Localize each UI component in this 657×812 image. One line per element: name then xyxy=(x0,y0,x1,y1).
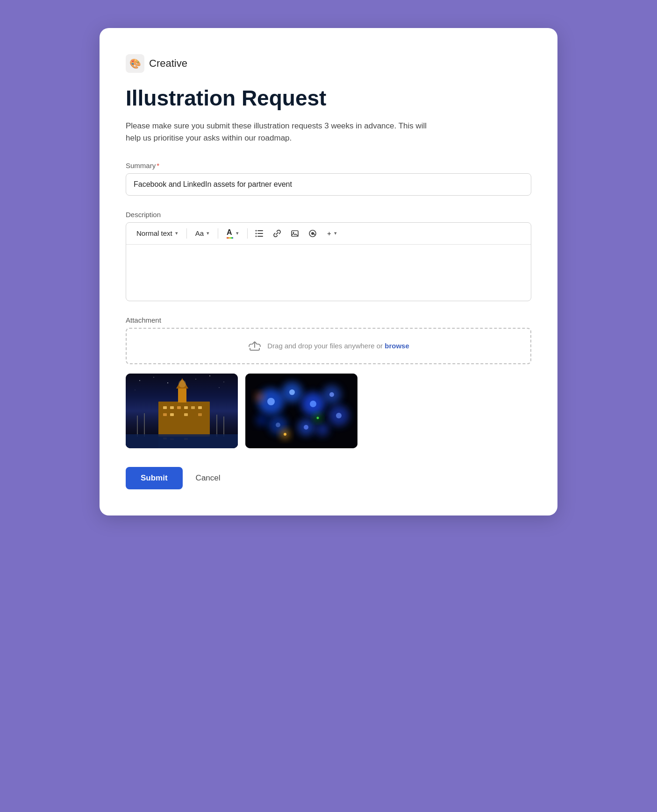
svg-point-53 xyxy=(267,398,275,405)
svg-point-9 xyxy=(311,232,314,235)
attachment-preview-2 xyxy=(245,374,357,448)
color-dropdown[interactable]: A ▾ xyxy=(222,226,243,241)
description-editor: Normal text ▾ Aa ▾ A ▾ xyxy=(126,222,531,301)
svg-point-49 xyxy=(316,423,329,436)
summary-input[interactable] xyxy=(126,173,531,196)
brand-header: 🎨 Creative xyxy=(126,54,531,73)
mention-button[interactable] xyxy=(305,226,321,241)
svg-rect-22 xyxy=(184,406,188,409)
color-a-icon: A xyxy=(227,228,233,239)
attachment-label: Attachment xyxy=(126,316,531,324)
svg-rect-25 xyxy=(163,413,167,416)
toolbar-divider-2 xyxy=(218,228,218,239)
svg-rect-0 xyxy=(257,230,263,231)
image-icon xyxy=(291,229,299,238)
svg-point-52 xyxy=(255,393,264,401)
harbor-building-svg xyxy=(126,374,238,448)
upload-icon xyxy=(248,340,262,352)
at-icon xyxy=(308,229,317,238)
svg-rect-29 xyxy=(178,388,186,402)
color-underline xyxy=(227,237,233,239)
page-description: Please make sure you submit these illust… xyxy=(126,120,434,145)
svg-point-5 xyxy=(256,235,257,237)
font-size-dropdown[interactable]: Aa ▾ xyxy=(191,226,214,240)
description-field-group: Description Normal text ▾ Aa ▾ xyxy=(126,211,531,301)
more-dropdown[interactable]: + ▾ xyxy=(322,226,342,240)
svg-point-59 xyxy=(304,425,308,430)
svg-rect-27 xyxy=(184,413,188,416)
svg-rect-20 xyxy=(170,406,174,409)
link-button[interactable] xyxy=(269,226,285,241)
image-previews xyxy=(126,374,531,448)
svg-point-48 xyxy=(256,415,267,426)
svg-rect-1 xyxy=(257,233,263,234)
attachment-preview-1 xyxy=(126,374,238,448)
link-icon xyxy=(273,229,281,238)
description-label: Description xyxy=(126,211,531,219)
svg-point-55 xyxy=(310,401,316,407)
svg-rect-24 xyxy=(198,406,202,409)
page-title: Illustration Request xyxy=(126,86,531,111)
svg-rect-40 xyxy=(126,434,238,448)
svg-point-31 xyxy=(179,380,186,388)
submit-button[interactable]: Submit xyxy=(126,467,183,489)
svg-point-60 xyxy=(284,433,286,436)
svg-point-58 xyxy=(276,423,280,427)
svg-point-61 xyxy=(317,417,319,419)
chevron-down-icon-3: ▾ xyxy=(236,230,239,236)
chevron-down-icon-2: ▾ xyxy=(207,230,209,236)
form-card: 🎨 Creative Illustration Request Please m… xyxy=(100,28,557,515)
summary-label: Summary* xyxy=(126,162,531,169)
svg-point-7 xyxy=(293,232,294,233)
chevron-down-icon: ▾ xyxy=(175,230,178,236)
attachment-dropzone[interactable]: Drag and drop your files anywhere or bro… xyxy=(126,328,531,364)
description-editor-body[interactable] xyxy=(126,245,531,301)
bokeh-svg xyxy=(245,374,357,448)
cancel-button[interactable]: Cancel xyxy=(192,467,224,489)
svg-rect-26 xyxy=(170,413,174,416)
summary-field-group: Summary* xyxy=(126,162,531,196)
image-button[interactable] xyxy=(287,226,303,241)
svg-point-3 xyxy=(256,230,257,231)
svg-rect-21 xyxy=(177,406,181,409)
svg-rect-2 xyxy=(257,236,263,237)
list-icon xyxy=(255,230,264,237)
text-style-dropdown[interactable]: Normal text ▾ xyxy=(132,226,183,240)
browse-link[interactable]: browse xyxy=(385,342,409,350)
svg-point-4 xyxy=(256,233,257,234)
chevron-down-icon-4: ▾ xyxy=(334,230,337,236)
list-button[interactable] xyxy=(251,226,267,241)
svg-rect-23 xyxy=(191,406,195,409)
svg-point-56 xyxy=(329,392,334,397)
toolbar-divider-3 xyxy=(247,228,248,239)
brand-icon: 🎨 xyxy=(126,54,144,73)
svg-rect-19 xyxy=(163,406,167,409)
svg-point-54 xyxy=(289,389,295,395)
editor-toolbar: Normal text ▾ Aa ▾ A ▾ xyxy=(126,223,531,245)
attachment-field-group: Attachment Drag and drop your files anyw… xyxy=(126,316,531,448)
svg-point-57 xyxy=(336,413,342,418)
attachment-text: Drag and drop your files anywhere or bro… xyxy=(267,342,409,350)
toolbar-divider-1 xyxy=(186,228,187,239)
svg-rect-28 xyxy=(198,413,202,416)
required-star: * xyxy=(157,162,159,169)
brand-name: Creative xyxy=(149,57,187,70)
form-actions: Submit Cancel xyxy=(126,467,531,489)
